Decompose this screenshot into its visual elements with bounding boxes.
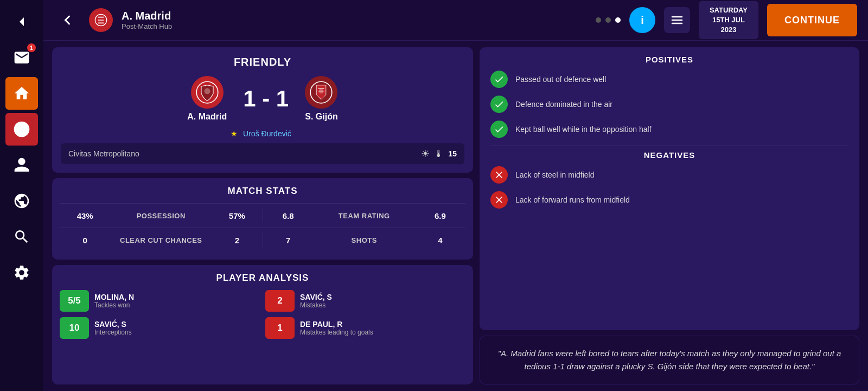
home-team-col: A. Madrid: [187, 76, 227, 122]
home-shots: 7: [263, 236, 314, 245]
positive-text-2: Defence dominated in the air: [515, 100, 612, 109]
sidebar-item-home[interactable]: [5, 77, 38, 110]
home-team-badge: [191, 76, 224, 109]
away-rating: 6.9: [415, 211, 465, 220]
savic-pos-info: SAVIĆ, S Interceptions: [94, 320, 132, 336]
content-area: FRIENDLY A. Madrid 1 - 1: [43, 41, 868, 391]
match-score-row: A. Madrid 1 - 1 S. Gijón: [61, 76, 464, 122]
continue-button[interactable]: CONTINUE: [767, 4, 857, 36]
sidebar-item-club[interactable]: [5, 113, 38, 146]
depaul-badge: 1: [265, 317, 295, 339]
match-card: FRIENDLY A. Madrid 1 - 1: [52, 47, 473, 173]
star-player-row: ★ Uroš Đurđević: [61, 129, 464, 138]
positive-icon-1: [490, 71, 508, 88]
savic-neg-name: SAVIĆ, S: [300, 293, 332, 301]
home-possession: 43%: [60, 211, 110, 220]
savic-pos-stat: Interceptions: [94, 329, 132, 336]
savic-neg-badge: 2: [265, 290, 295, 312]
stats-row-chances: 0 CLEAR CUT CHANCES 2 7 SHOTS 4: [60, 228, 465, 252]
sidebar-item-back[interactable]: [5, 5, 38, 38]
savic-pos-badge: 10: [60, 317, 89, 339]
player-analysis-card: PLAYER ANALYSIS 5/5 MOLINA, N Tackles wo…: [52, 265, 473, 384]
topbar-back-button[interactable]: [54, 7, 80, 33]
analysis-grid: 5/5 MOLINA, N Tackles won 2 SAVIĆ, S Mis…: [60, 290, 465, 339]
mail-badge: 1: [27, 43, 36, 52]
venue-name: Civitas Metropolitano: [68, 149, 139, 158]
analysis-item-molina: 5/5 MOLINA, N Tackles won: [60, 290, 260, 312]
chances-label: CLEAR CUT CHANCES: [110, 236, 212, 244]
date-box: SATURDAY 15TH JUL 2023: [699, 1, 758, 40]
topbar-team-name: A. Madrid: [122, 10, 587, 22]
topbar: A. Madrid Post-Match Hub i SATURDAY 15TH…: [43, 0, 868, 41]
venue-row: Civitas Metropolitano ☀ 🌡 15: [61, 143, 464, 164]
topbar-team-logo: [89, 8, 113, 32]
nav-dot-3[interactable]: [615, 17, 621, 23]
right-panel: POSITIVES Passed out of defence well Def…: [480, 47, 859, 384]
away-team-badge: [305, 76, 337, 109]
temperature: 15: [448, 149, 457, 158]
positive-icon-3: [490, 121, 508, 138]
positives-title: POSITIVES: [490, 55, 848, 64]
match-type: FRIENDLY: [61, 56, 464, 68]
team-rating-label: TEAM RATING: [314, 212, 415, 220]
positive-text-3: Kept ball well while in the opposition h…: [515, 125, 652, 134]
molina-stat: Tackles won: [94, 301, 134, 309]
negatives-title: NEGATIVES: [490, 150, 848, 160]
date-line1: SATURDAY: [710, 5, 748, 15]
analysis-title: PLAYER ANALYSIS: [60, 273, 465, 283]
thermometer-icon: 🌡: [434, 148, 444, 160]
stats-card: MATCH STATS 43% POSSESSION 57% 6.8 TEAM …: [52, 178, 473, 260]
left-panel: FRIENDLY A. Madrid 1 - 1: [52, 47, 473, 384]
away-team-col: S. Gijón: [305, 76, 337, 122]
negative-text-1: Lack of steel in midfield: [515, 171, 595, 179]
home-rating: 6.8: [263, 211, 314, 220]
venue-right: ☀ 🌡 15: [421, 148, 457, 160]
positive-item-1: Passed out of defence well: [490, 71, 848, 88]
sun-icon: ☀: [421, 148, 430, 160]
savic-neg-info: SAVIĆ, S Mistakes: [300, 293, 332, 309]
sidebar-item-globe[interactable]: [5, 185, 38, 217]
shots-label: SHOTS: [314, 236, 415, 244]
match-score: 1 - 1: [243, 86, 289, 112]
negative-item-2: Lack of forward runs from midfield: [490, 191, 848, 209]
positive-icon-2: [490, 96, 508, 113]
sidebar-item-mail[interactable]: 1: [5, 41, 38, 74]
away-shots: 4: [415, 236, 465, 245]
stats-row-possession: 43% POSSESSION 57% 6.8 TEAM RATING 6.9: [60, 203, 465, 228]
feedback-card: POSITIVES Passed out of defence well Def…: [480, 47, 859, 330]
date-line2: 15TH JUL: [710, 15, 748, 25]
nav-dot-2[interactable]: [605, 17, 611, 23]
analysis-item-savic-pos: 10 SAVIĆ, S Interceptions: [60, 317, 260, 339]
negative-item-1: Lack of steel in midfield: [490, 166, 848, 184]
negative-icon-1: [490, 166, 508, 184]
nav-dot-1[interactable]: [596, 17, 601, 23]
depaul-stat: Mistakes leading to goals: [300, 329, 373, 336]
positive-item-2: Defence dominated in the air: [490, 96, 848, 113]
quote-card: "A. Madrid fans were left bored to tears…: [480, 336, 859, 384]
negative-icon-2: [490, 191, 508, 209]
sidebar-item-settings[interactable]: [5, 256, 38, 289]
depaul-name: DE PAUL, R: [300, 320, 373, 329]
match-quote: "A. Madrid fans were left bored to tears…: [498, 349, 841, 371]
possession-label: POSSESSION: [110, 212, 212, 220]
svg-point-3: [204, 88, 210, 94]
sidebar-item-person[interactable]: [5, 149, 38, 181]
molina-badge: 5/5: [60, 290, 89, 312]
star-icon: ★: [231, 129, 238, 138]
molina-info: MOLINA, N Tackles won: [94, 293, 134, 309]
sidebar: 1: [0, 0, 43, 391]
topbar-subtitle: Post-Match Hub: [122, 22, 587, 30]
star-player-name: Uroš Đurđević: [243, 129, 291, 138]
main-content: A. Madrid Post-Match Hub i SATURDAY 15TH…: [43, 0, 868, 391]
feedback-divider: [490, 146, 848, 146]
positive-item-3: Kept ball well while in the opposition h…: [490, 121, 848, 138]
menu-button[interactable]: [664, 7, 690, 33]
analysis-item-depaul: 1 DE PAUL, R Mistakes leading to goals: [265, 317, 465, 339]
stats-title: MATCH STATS: [60, 186, 465, 197]
nav-dots: [596, 17, 621, 23]
sidebar-item-search[interactable]: [5, 220, 38, 253]
savic-neg-stat: Mistakes: [300, 301, 332, 309]
info-button[interactable]: i: [629, 7, 655, 33]
analysis-item-savic-neg: 2 SAVIĆ, S Mistakes: [265, 290, 465, 312]
positive-text-1: Passed out of defence well: [515, 75, 606, 84]
